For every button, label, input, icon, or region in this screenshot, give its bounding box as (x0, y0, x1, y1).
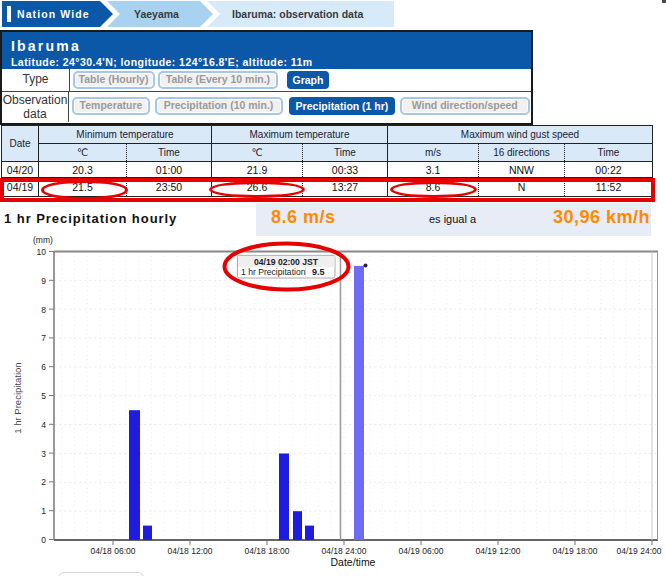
svg-text:5: 5 (41, 391, 46, 401)
svg-text:04/19 18:00: 04/19 18:00 (553, 546, 598, 556)
svg-text:10: 10 (37, 247, 47, 257)
svg-text:2: 2 (41, 477, 46, 487)
svg-text:6: 6 (41, 362, 46, 372)
svg-text:3: 3 (41, 449, 46, 459)
svg-text:1 hr Precipitation: 1 hr Precipitation (241, 267, 306, 277)
svg-text:04/19 02:00 JST: 04/19 02:00 JST (254, 257, 319, 267)
svg-text:04/18 12:00: 04/18 12:00 (168, 546, 213, 556)
svg-text:9: 9 (41, 276, 46, 286)
svg-text:Date/time: Date/time (331, 556, 376, 568)
svg-text:9.5: 9.5 (312, 267, 325, 277)
svg-text:(mm): (mm) (33, 235, 53, 245)
svg-text:0: 0 (41, 535, 46, 545)
svg-text:1: 1 (41, 506, 46, 516)
svg-text:Nation Wide: Nation Wide (17, 8, 90, 20)
svg-text:Yaeyama: Yaeyama (134, 8, 179, 20)
svg-text:04/19 12:00: 04/19 12:00 (476, 546, 521, 556)
svg-text:1 hr Precipitation: 1 hr Precipitation (12, 362, 23, 433)
svg-text:04/18 06:00: 04/18 06:00 (91, 546, 136, 556)
svg-text:04/18 18:00: 04/18 18:00 (245, 546, 290, 556)
svg-text:04/19 06:00: 04/19 06:00 (399, 546, 444, 556)
svg-text:04/18 24:00: 04/18 24:00 (322, 546, 367, 556)
svg-text:Ibaruma: observation data: Ibaruma: observation data (232, 8, 363, 20)
svg-text:04/19 24:00: 04/19 24:00 (617, 546, 662, 556)
svg-text:4: 4 (41, 420, 46, 430)
svg-text:8: 8 (41, 305, 46, 315)
svg-text:7: 7 (41, 333, 46, 343)
